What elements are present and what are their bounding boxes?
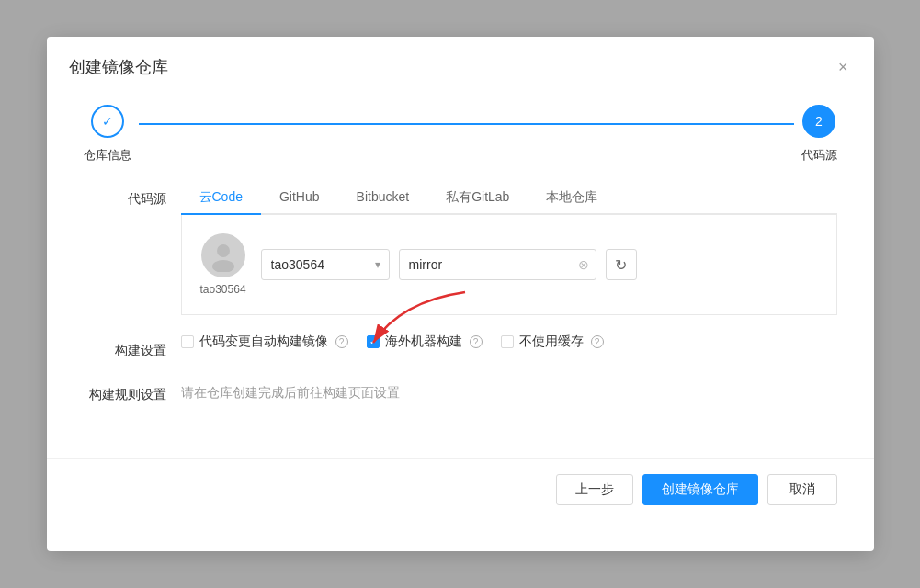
source-controls: tao30564 ▾ ⊗ ↻ <box>261 249 818 280</box>
step-2-label: 代码源 <box>801 147 837 164</box>
modal-overlay: 创建镜像仓库 × ✓ 仓库信息 2 代码源 代码源 <box>0 0 920 588</box>
close-button[interactable]: × <box>835 55 852 79</box>
dialog-header: 创建镜像仓库 × <box>47 37 874 79</box>
tab-bitbucket[interactable]: Bitbucket <box>338 182 428 215</box>
namespace-select[interactable]: tao30564 <box>261 249 390 280</box>
build-settings-content: 代码变更自动构建镜像 ? 海外机器构建 ? 不使用缓存 <box>181 334 837 350</box>
overseas-label: 海外机器构建 <box>385 334 462 350</box>
no-cache-help-icon[interactable]: ? <box>591 335 604 348</box>
repo-name-input[interactable] <box>399 249 596 280</box>
build-rule-label: 构建规则设置 <box>84 378 166 403</box>
svg-point-0 <box>217 244 230 257</box>
repo-input-wrap: ⊗ <box>399 249 596 280</box>
build-settings: 代码变更自动构建镜像 ? 海外机器构建 ? 不使用缓存 <box>181 334 837 350</box>
avatar-username: tao30564 <box>200 283 246 296</box>
namespace-select-wrap: tao30564 ▾ <box>261 249 390 280</box>
code-source-row: 代码源 云Code GitHub Bitbucket 私有GitLab 本地仓库 <box>84 182 837 315</box>
overseas-checkbox-item[interactable]: 海外机器构建 ? <box>367 334 483 350</box>
step-1-label: 仓库信息 <box>84 147 131 164</box>
overseas-help-icon[interactable]: ? <box>470 335 483 348</box>
tab-github[interactable]: GitHub <box>261 182 338 215</box>
step-1-circle: ✓ <box>91 105 124 138</box>
auto-build-help-icon[interactable]: ? <box>335 335 348 348</box>
build-rule-row: 构建规则设置 请在仓库创建完成后前往构建页面设置 <box>84 378 837 403</box>
no-cache-label: 不使用缓存 <box>519 334 584 350</box>
tab-gitlab[interactable]: 私有GitLab <box>427 182 528 215</box>
build-rule-text: 请在仓库创建完成后前往构建页面设置 <box>181 378 837 401</box>
no-cache-checkbox-item[interactable]: 不使用缓存 ? <box>501 334 604 350</box>
tab-yuncode[interactable]: 云Code <box>181 182 261 215</box>
code-source-label: 代码源 <box>84 182 166 208</box>
person-icon <box>207 239 240 272</box>
cancel-button[interactable]: 取消 <box>767 474 837 505</box>
code-source-content: 云Code GitHub Bitbucket 私有GitLab 本地仓库 <box>181 182 837 315</box>
dialog-footer: 上一步 创建镜像仓库 取消 <box>47 458 874 524</box>
code-source-tabs: 云Code GitHub Bitbucket 私有GitLab 本地仓库 <box>181 182 837 215</box>
refresh-icon: ↻ <box>615 256 627 274</box>
stepper: ✓ 仓库信息 2 代码源 <box>47 79 874 182</box>
build-settings-label: 构建设置 <box>84 334 166 359</box>
avatar-wrap: tao30564 <box>200 233 246 296</box>
step-1: ✓ 仓库信息 <box>84 105 131 164</box>
dialog-title: 创建镜像仓库 <box>69 56 168 78</box>
overseas-checkbox[interactable] <box>367 335 380 348</box>
avatar <box>201 233 245 277</box>
build-rule-content: 请在仓库创建完成后前往构建页面设置 <box>181 378 837 401</box>
step-2-circle: 2 <box>802 105 835 138</box>
step-line <box>139 123 794 125</box>
create-button[interactable]: 创建镜像仓库 <box>642 474 758 505</box>
prev-button[interactable]: 上一步 <box>556 474 633 505</box>
auto-build-checkbox[interactable] <box>181 335 194 348</box>
tab-local[interactable]: 本地仓库 <box>528 182 616 215</box>
no-cache-checkbox[interactable] <box>501 335 514 348</box>
source-box: tao30564 tao30564 ▾ ⊗ <box>181 215 837 315</box>
svg-point-1 <box>212 260 234 272</box>
step-2: 2 代码源 <box>801 105 837 164</box>
input-clear-icon[interactable]: ⊗ <box>578 257 589 272</box>
refresh-button[interactable]: ↻ <box>606 249 637 280</box>
dialog-body: 代码源 云Code GitHub Bitbucket 私有GitLab 本地仓库 <box>47 182 874 440</box>
dialog: 创建镜像仓库 × ✓ 仓库信息 2 代码源 代码源 <box>47 37 874 551</box>
auto-build-checkbox-item[interactable]: 代码变更自动构建镜像 ? <box>181 334 348 350</box>
build-settings-row: 构建设置 代码变更自动构建镜像 ? 海外机器构建 ? <box>84 334 837 359</box>
auto-build-label: 代码变更自动构建镜像 <box>199 334 328 350</box>
